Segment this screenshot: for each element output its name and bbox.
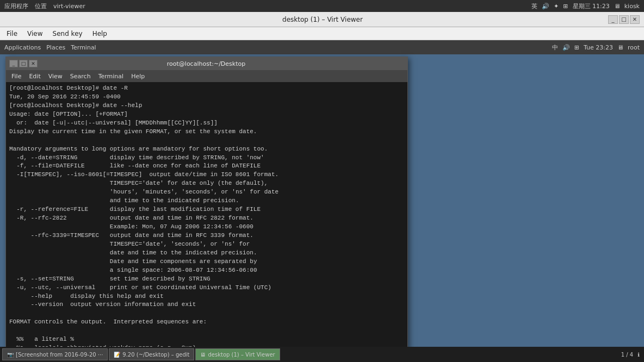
os-taskbar: 📷 [Screenshot from 2016-09-20 ··· 📝 9.20… xyxy=(0,347,644,362)
inner-time: Tue 23:23 xyxy=(584,44,613,51)
inner-network-icon: ⊞ xyxy=(574,44,579,51)
inner-user: root xyxy=(628,44,640,51)
inner-topbar: Applications Places Terminal 中 🔊 ⊞ Tue 2… xyxy=(0,40,644,54)
os-lang: 英 xyxy=(531,2,537,10)
virt-titlebar-title: desktop (1) – Virt Viewer xyxy=(37,16,608,23)
inner-lang-icon: 中 xyxy=(552,43,558,52)
inner-places-menu[interactable]: Places xyxy=(46,44,65,51)
virt-maximize-button[interactable]: □ xyxy=(619,15,629,24)
terminal-menu-edit[interactable]: Edit xyxy=(26,72,44,81)
os-task-item-virt[interactable]: 🖥 desktop (1) – Virt Viewer xyxy=(195,348,280,360)
virt-menubar: File View Send key Help xyxy=(0,27,644,40)
os-task-item-gedit[interactable]: 📝 9.20 (~/Desktop) – gedit xyxy=(109,348,194,360)
os-bluetooth-icon: ✦ xyxy=(554,3,559,10)
virt-minimize-button[interactable]: _ xyxy=(608,15,618,24)
virt-menu-sendkey[interactable]: Send key xyxy=(48,29,87,39)
terminal-window-controls: _ □ ✕ xyxy=(9,60,38,67)
terminal-close-button[interactable]: ✕ xyxy=(29,60,38,67)
terminal-window: _ □ ✕ root@localhost:~/Desktop File Edit… xyxy=(5,57,408,361)
os-kiosk-icon: 🖥 xyxy=(614,3,620,10)
terminal-menubar: File Edit View Search Terminal Help xyxy=(6,70,407,82)
os-viewer-label[interactable]: virt-viewer xyxy=(53,3,85,10)
os-volume-icon: 🔊 xyxy=(542,3,549,10)
terminal-minimize-button[interactable]: _ xyxy=(9,60,18,67)
inner-topbar-left: Applications Places Terminal xyxy=(4,44,96,51)
os-task-virt-icon: 🖥 xyxy=(200,352,206,358)
virt-window-controls: _ □ ✕ xyxy=(608,15,640,24)
os-taskbar-info-icon[interactable]: ℹ xyxy=(637,352,640,358)
os-taskbar-page: 1 / 4 xyxy=(621,352,633,358)
os-task-screenshot-icon: 📷 xyxy=(7,352,14,358)
os-topbar-right: 英 🔊 ✦ ⊞ 星期三 11:23 🖥 kiosk xyxy=(531,2,640,10)
terminal-text: [root@localhost Desktop]# date -R Tue, 2… xyxy=(9,84,404,348)
terminal-menu-terminal[interactable]: Terminal xyxy=(95,72,127,81)
os-task-item-screenshot[interactable]: 📷 [Screenshot from 2016-09-20 ··· xyxy=(2,348,108,360)
virt-titlebar: desktop (1) – Virt Viewer _ □ ✕ xyxy=(0,12,644,27)
os-task-virt-label: desktop (1) – Virt Viewer xyxy=(208,352,275,358)
inner-desktop: Applications Places Terminal 中 🔊 ⊞ Tue 2… xyxy=(0,40,644,362)
virt-close-button[interactable]: ✕ xyxy=(630,15,640,24)
os-task-screenshot-label: [Screenshot from 2016-09-20 ··· xyxy=(16,352,103,358)
os-kiosk-label: kiosk xyxy=(624,3,640,10)
inner-topbar-right: 中 🔊 ⊞ Tue 23:23 🖥 root xyxy=(552,43,640,52)
virt-menu-file[interactable]: File xyxy=(2,29,22,39)
virt-menu-view[interactable]: View xyxy=(23,29,47,39)
terminal-menu-file[interactable]: File xyxy=(8,72,24,81)
terminal-titlebar-title: root@localhost:~/Desktop xyxy=(38,60,375,67)
virt-menu-help[interactable]: Help xyxy=(88,29,112,39)
inner-apps-menu[interactable]: Applications xyxy=(4,44,41,51)
inner-terminal-menu[interactable]: Terminal xyxy=(71,44,96,51)
inner-kiosk-icon: 🖥 xyxy=(617,44,623,51)
os-time: 星期三 11:23 xyxy=(573,2,610,10)
terminal-titlebar: _ □ ✕ root@localhost:~/Desktop xyxy=(6,57,407,70)
os-taskbar-right: 1 / 4 ℹ xyxy=(621,352,642,358)
os-apps-menu[interactable]: 应用程序 xyxy=(4,2,28,10)
os-task-gedit-label: 9.20 (~/Desktop) – gedit xyxy=(122,352,189,358)
terminal-menu-search[interactable]: Search xyxy=(67,72,94,81)
inner-volume-icon: 🔊 xyxy=(562,44,570,51)
os-network-icon: ⊞ xyxy=(563,3,568,10)
os-task-gedit-icon: 📝 xyxy=(114,352,120,358)
terminal-maximize-button[interactable]: □ xyxy=(19,60,28,67)
terminal-menu-view[interactable]: View xyxy=(45,72,66,81)
os-topbar: 应用程序 位置 virt-viewer 英 🔊 ✦ ⊞ 星期三 11:23 🖥 … xyxy=(0,0,644,12)
terminal-menu-help[interactable]: Help xyxy=(128,72,148,81)
os-topbar-left: 应用程序 位置 virt-viewer xyxy=(4,2,85,10)
virt-viewer-window: desktop (1) – Virt Viewer _ □ ✕ File Vie… xyxy=(0,12,644,362)
terminal-content[interactable]: [root@localhost Desktop]# date -R Tue, 2… xyxy=(6,82,407,348)
os-places-menu[interactable]: 位置 xyxy=(35,2,47,10)
